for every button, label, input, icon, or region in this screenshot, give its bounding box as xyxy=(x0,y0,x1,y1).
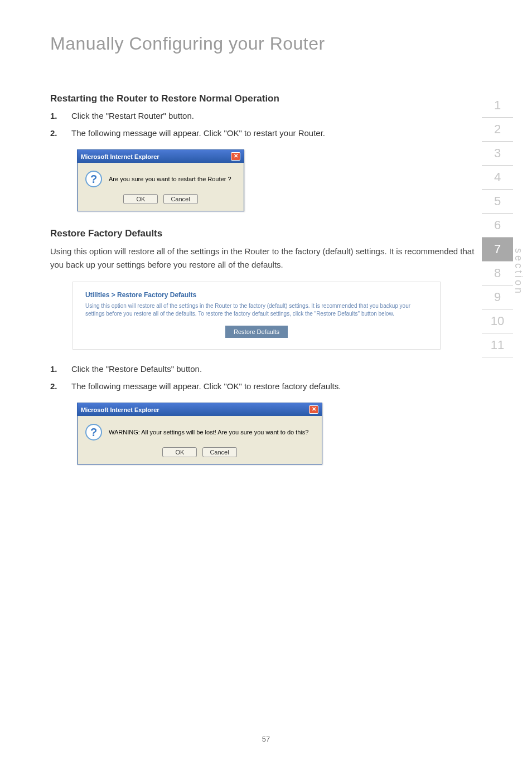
cancel-button[interactable]: Cancel xyxy=(163,194,198,204)
restore-step-1: 1. Click the "Restore Defaults" button. xyxy=(50,363,482,376)
step-number: 1. xyxy=(50,363,71,376)
restore-confirm-dialog: Microsoft Internet Explorer ✕ ? WARNING:… xyxy=(77,403,322,464)
section-nav-item-11[interactable]: 11 xyxy=(482,333,513,357)
cancel-button[interactable]: Cancel xyxy=(202,447,237,457)
step-text: The following message will appear. Click… xyxy=(71,127,482,140)
section-nav-item-10[interactable]: 10 xyxy=(482,309,513,333)
step-text: The following message will appear. Click… xyxy=(71,380,482,393)
section-nav-item-8[interactable]: 8 xyxy=(482,262,513,285)
section-nav-item-4[interactable]: 4 xyxy=(482,166,513,190)
dialog-title: Microsoft Internet Explorer xyxy=(81,406,159,413)
ok-button[interactable]: OK xyxy=(123,194,158,204)
restore-defaults-panel: Utilities > Restore Factory Defaults Usi… xyxy=(72,282,441,350)
dialog-titlebar: Microsoft Internet Explorer ✕ xyxy=(78,150,244,163)
section-nav: 1234567891011 xyxy=(482,94,513,357)
restart-confirm-dialog: Microsoft Internet Explorer ✕ ? Are you … xyxy=(77,149,244,211)
dialog-title: Microsoft Internet Explorer xyxy=(81,153,159,160)
page-title: Manually Configuring your Router xyxy=(50,33,482,54)
restart-step-2: 2. The following message will appear. Cl… xyxy=(50,127,482,140)
panel-description: Using this option will restore all of th… xyxy=(85,302,428,318)
close-icon[interactable]: ✕ xyxy=(231,152,240,161)
section-nav-item-1[interactable]: 1 xyxy=(482,94,513,118)
restore-heading: Restore Factory Defaults xyxy=(50,228,482,239)
step-text: Click the "Restore Defaults" button. xyxy=(71,363,482,376)
step-number: 1. xyxy=(50,110,71,123)
section-nav-item-2[interactable]: 2 xyxy=(482,118,513,142)
restart-step-1: 1. Click the "Restart Router" button. xyxy=(50,110,482,123)
dialog-message: Are you sure you want to restart the Rou… xyxy=(109,176,231,182)
restore-step-2: 2. The following message will appear. Cl… xyxy=(50,380,482,393)
section-nav-item-3[interactable]: 3 xyxy=(482,142,513,166)
question-icon: ? xyxy=(85,424,102,440)
step-text: Click the "Restart Router" button. xyxy=(71,110,482,123)
close-icon[interactable]: ✕ xyxy=(309,405,318,414)
section-nav-item-6[interactable]: 6 xyxy=(482,214,513,238)
restore-body-text: Using this option will restore all of th… xyxy=(50,245,482,272)
panel-title: Utilities > Restore Factory Defaults xyxy=(85,291,428,299)
section-nav-item-7[interactable]: 7 xyxy=(482,238,513,262)
restart-heading: Restarting the Router to Restore Normal … xyxy=(50,93,482,104)
question-icon: ? xyxy=(85,171,102,187)
section-nav-item-5[interactable]: 5 xyxy=(482,190,513,214)
step-number: 2. xyxy=(50,380,71,393)
step-number: 2. xyxy=(50,127,71,140)
page-number: 57 xyxy=(0,735,532,743)
ok-button[interactable]: OK xyxy=(162,447,197,457)
section-label: section xyxy=(512,248,524,296)
restore-defaults-button[interactable]: Restore Defaults xyxy=(225,326,288,338)
dialog-message: WARNING: All your settings will be lost!… xyxy=(109,429,308,435)
dialog-titlebar: Microsoft Internet Explorer ✕ xyxy=(78,403,322,416)
section-nav-item-9[interactable]: 9 xyxy=(482,285,513,309)
